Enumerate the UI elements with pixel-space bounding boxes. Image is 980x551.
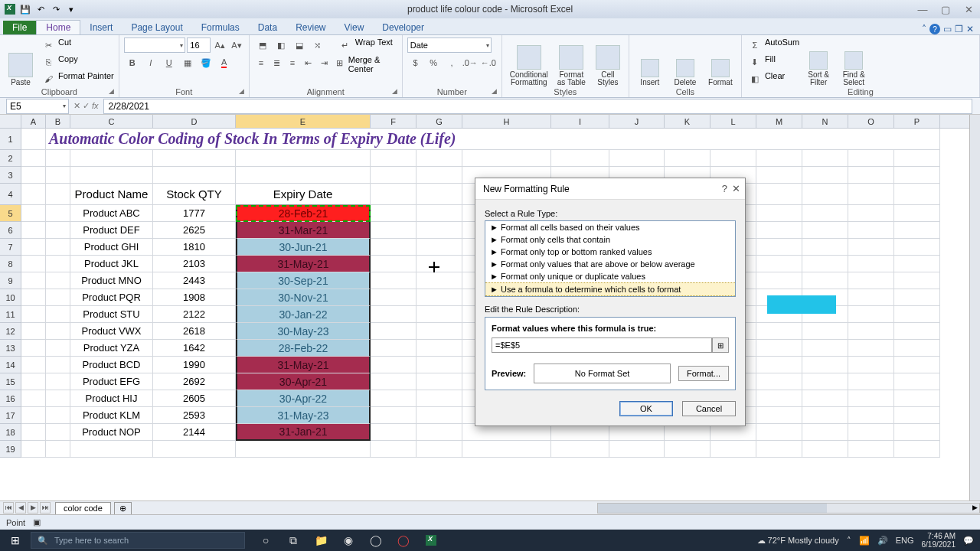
cell[interactable] (46, 323, 70, 340)
underline-icon[interactable]: U (161, 55, 178, 70)
cell[interactable] (848, 340, 894, 357)
vertical-scrollbar[interactable] (969, 115, 980, 508)
cell[interactable]: 30-Nov-21 (236, 289, 371, 306)
notifications-icon[interactable]: 💬 (963, 536, 974, 546)
cell[interactable] (371, 184, 416, 205)
tab-file[interactable]: File (3, 21, 36, 34)
format-cells-button[interactable]: Format (704, 37, 737, 86)
column-header[interactable]: L (710, 115, 756, 128)
align-right-icon[interactable]: ≡ (286, 55, 300, 70)
chrome-icon[interactable]: ◯ (364, 532, 387, 549)
cell[interactable] (894, 407, 940, 424)
cell[interactable] (802, 340, 848, 357)
borders-icon[interactable]: ▦ (179, 55, 196, 70)
save-icon[interactable]: 💾 (18, 2, 32, 16)
row-header[interactable]: 3 (0, 167, 21, 184)
cell[interactable] (802, 373, 848, 390)
column-header[interactable]: J (609, 115, 665, 128)
cell[interactable] (371, 390, 416, 407)
cell[interactable] (848, 306, 894, 323)
row-headers[interactable]: 12345678910111213141516171819 (0, 129, 21, 458)
close-workbook-icon[interactable]: ✕ (966, 24, 974, 34)
cell[interactable] (894, 340, 940, 357)
launcher-icon[interactable]: ◢ (239, 87, 244, 95)
cell[interactable]: 31-May-21 (236, 256, 371, 272)
task-view-icon[interactable]: ⧉ (282, 532, 305, 549)
cell[interactable] (894, 272, 940, 289)
cell[interactable] (21, 390, 46, 407)
launcher-icon[interactable]: ◢ (492, 87, 497, 95)
cell[interactable] (848, 222, 894, 239)
window-options-icon[interactable]: ▭ (943, 24, 952, 34)
cell[interactable] (371, 424, 416, 441)
column-header[interactable]: A (21, 115, 46, 128)
cell[interactable]: Automatic Color Coding of Stock In Terms… (46, 129, 940, 150)
cell[interactable] (756, 222, 802, 239)
cell[interactable] (153, 150, 236, 167)
align-left-icon[interactable]: ≡ (254, 55, 269, 70)
cell[interactable] (371, 205, 416, 222)
row-header[interactable]: 14 (0, 357, 21, 373)
cell[interactable] (21, 256, 46, 272)
cell[interactable] (46, 306, 70, 323)
cell[interactable] (551, 424, 609, 441)
cell[interactable] (894, 205, 940, 222)
cell[interactable] (371, 357, 416, 373)
cell[interactable] (551, 441, 609, 458)
cell[interactable] (236, 150, 371, 167)
cell[interactable]: Product DEF (70, 222, 153, 239)
column-header[interactable]: O (848, 115, 894, 128)
cell[interactable]: 2593 (153, 407, 236, 424)
cell[interactable]: 2144 (153, 424, 236, 441)
minimize-icon[interactable]: — (911, 4, 934, 15)
cell[interactable] (848, 289, 894, 306)
row-header[interactable]: 6 (0, 222, 21, 239)
cell[interactable]: Product ABC (70, 205, 153, 222)
cell[interactable] (21, 407, 46, 424)
opera-icon[interactable]: ◯ (392, 532, 415, 549)
cell[interactable] (21, 306, 46, 323)
tab-page-layout[interactable]: Page Layout (122, 21, 191, 34)
cell[interactable] (21, 205, 46, 222)
cell[interactable]: 30-Jan-22 (236, 306, 371, 323)
cell[interactable] (371, 222, 416, 239)
cell[interactable] (371, 256, 416, 272)
cell[interactable] (70, 167, 153, 184)
tab-developer[interactable]: Developer (373, 21, 433, 34)
conditional-formatting-button[interactable]: Conditional Formatting (507, 37, 551, 86)
cell[interactable] (756, 357, 802, 373)
cell[interactable] (21, 222, 46, 239)
column-header[interactable]: C (70, 115, 153, 128)
cell[interactable] (371, 239, 416, 256)
row-header[interactable]: 7 (0, 239, 21, 256)
cell[interactable] (894, 256, 940, 272)
cell[interactable] (756, 407, 802, 424)
cell[interactable] (371, 373, 416, 390)
fill-button[interactable]: ⬇Fill (746, 54, 799, 70)
cell[interactable] (802, 184, 848, 205)
launcher-icon[interactable]: ◢ (109, 87, 114, 95)
row-header[interactable]: 16 (0, 390, 21, 407)
cell[interactable] (756, 184, 802, 205)
cell[interactable]: Product JKL (70, 256, 153, 272)
align-top-icon[interactable]: ⬒ (254, 37, 271, 53)
cell[interactable]: Product KLM (70, 407, 153, 424)
volume-icon[interactable]: 🔊 (877, 536, 888, 546)
cell[interactable] (756, 424, 802, 441)
tray-chevron-icon[interactable]: ˄ (847, 536, 851, 546)
sort-filter-button[interactable]: Sort & Filter (802, 37, 835, 86)
cell[interactable]: 30-Sep-21 (236, 272, 371, 289)
cell[interactable] (416, 441, 462, 458)
cell[interactable]: Stock QTY (153, 184, 236, 205)
tab-home[interactable]: Home (36, 20, 80, 34)
cell[interactable] (21, 239, 46, 256)
cell[interactable] (416, 150, 462, 167)
cell[interactable] (894, 306, 940, 323)
cell[interactable] (371, 340, 416, 357)
row-header[interactable]: 13 (0, 340, 21, 357)
cell[interactable]: 2692 (153, 373, 236, 390)
cell[interactable] (894, 357, 940, 373)
cell[interactable] (802, 441, 848, 458)
cell[interactable] (21, 289, 46, 306)
cell[interactable] (46, 441, 70, 458)
